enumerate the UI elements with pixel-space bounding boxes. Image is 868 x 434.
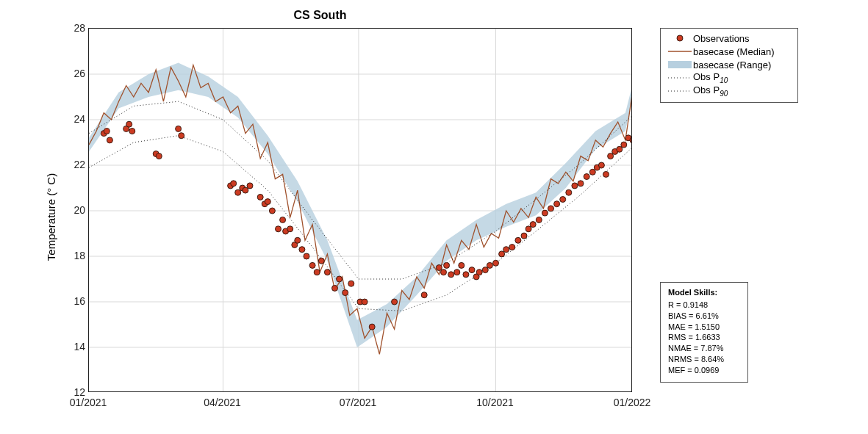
- svg-point-51: [362, 299, 367, 305]
- svg-point-23: [179, 133, 184, 139]
- svg-point-88: [608, 153, 614, 159]
- svg-point-69: [503, 247, 509, 253]
- svg-point-67: [493, 260, 499, 266]
- svg-point-91: [621, 142, 627, 148]
- y-tick-label: 26: [66, 68, 85, 79]
- legend-item-observations: Observations: [667, 32, 792, 45]
- y-tick-label: 20: [66, 204, 85, 216]
- model-skills-box: Model Skills: R = 0.9148 BIAS = 6.61% MA…: [660, 282, 748, 383]
- svg-point-18: [126, 121, 132, 127]
- svg-point-90: [617, 146, 623, 152]
- svg-point-22: [176, 126, 182, 131]
- skills-mae: MAE = 1.5150: [668, 322, 740, 333]
- y-tick-label: 22: [66, 159, 85, 170]
- svg-point-72: [521, 233, 527, 239]
- chart-axes: [88, 28, 632, 392]
- svg-point-75: [536, 217, 542, 223]
- y-axis-label: Temperature (° C): [46, 173, 58, 261]
- svg-point-87: [603, 171, 609, 177]
- svg-point-64: [476, 270, 482, 275]
- skills-rms: RMS = 1.6633: [668, 332, 740, 343]
- svg-point-62: [469, 267, 475, 273]
- svg-point-48: [342, 290, 348, 296]
- skills-nmae: NMAE = 7.87%: [668, 343, 740, 354]
- svg-point-65: [482, 267, 488, 273]
- x-tick-label: 04/2021: [204, 397, 241, 408]
- svg-point-28: [243, 187, 248, 193]
- svg-point-19: [129, 129, 135, 134]
- skills-nrms: NRMS = 8.64%: [668, 354, 740, 365]
- svg-point-61: [463, 272, 469, 278]
- x-tick-label: 10/2021: [476, 397, 514, 408]
- svg-point-73: [526, 226, 531, 232]
- svg-point-26: [235, 189, 241, 195]
- svg-point-70: [509, 245, 515, 250]
- legend-marker-icon: [667, 34, 693, 43]
- svg-point-16: [107, 137, 112, 143]
- svg-point-35: [280, 217, 286, 223]
- legend-item-p90: Obs P90: [667, 84, 792, 98]
- x-tick-label: 01/2021: [70, 397, 107, 408]
- svg-point-83: [584, 174, 589, 180]
- svg-point-86: [598, 162, 604, 168]
- legend-label: basecase (Median): [693, 46, 775, 57]
- svg-point-84: [589, 169, 595, 175]
- y-tick-label: 24: [66, 113, 85, 125]
- y-axis-label-wrap: Temperature (° C): [44, 0, 59, 434]
- svg-point-81: [572, 183, 578, 189]
- svg-point-29: [247, 183, 253, 189]
- svg-point-59: [454, 270, 460, 275]
- svg-point-25: [231, 181, 237, 187]
- svg-point-46: [332, 285, 338, 291]
- legend-dotted-icon: [667, 87, 693, 95]
- x-tick-label: 01/2022: [614, 397, 651, 408]
- svg-point-78: [554, 201, 560, 207]
- chart-title: CS South: [0, 9, 640, 22]
- svg-point-94: [677, 35, 683, 41]
- legend-label: Observations: [693, 33, 750, 44]
- svg-point-34: [276, 226, 281, 232]
- y-tick-label: 14: [66, 341, 85, 352]
- legend-line-icon: [667, 47, 693, 56]
- svg-point-52: [369, 324, 375, 330]
- svg-point-76: [542, 210, 548, 216]
- chart-legend: Observations basecase (Median) basecase …: [660, 28, 798, 103]
- svg-point-55: [436, 265, 442, 271]
- svg-point-57: [444, 262, 450, 268]
- svg-point-49: [348, 281, 354, 286]
- svg-point-21: [156, 153, 162, 159]
- svg-point-30: [257, 194, 263, 200]
- skills-r: R = 0.9148: [668, 300, 740, 311]
- svg-point-39: [295, 237, 301, 243]
- svg-point-42: [309, 262, 315, 268]
- svg-point-56: [441, 270, 447, 275]
- y-tick-label: 16: [66, 295, 85, 307]
- svg-point-43: [314, 270, 320, 275]
- svg-point-66: [487, 262, 492, 268]
- legend-swatch-icon: [667, 60, 693, 69]
- svg-point-37: [287, 226, 293, 232]
- legend-item-range: basecase (Range): [667, 58, 792, 71]
- svg-point-77: [548, 206, 554, 211]
- skills-bias: BIAS = 6.61%: [668, 311, 740, 322]
- svg-point-54: [421, 292, 427, 298]
- legend-label: Obs P10: [693, 71, 728, 84]
- legend-item-p10: Obs P10: [667, 71, 792, 84]
- svg-point-74: [530, 222, 536, 228]
- svg-point-60: [459, 262, 465, 268]
- svg-point-44: [318, 258, 324, 264]
- svg-point-68: [499, 251, 505, 257]
- svg-point-82: [578, 181, 584, 187]
- svg-point-79: [560, 197, 566, 203]
- legend-item-median: basecase (Median): [667, 45, 792, 58]
- x-tick-label: 07/2021: [340, 397, 377, 408]
- y-tick-label: 18: [66, 250, 85, 261]
- y-tick-label: 28: [66, 22, 85, 34]
- svg-point-53: [392, 299, 398, 305]
- svg-point-58: [448, 272, 454, 278]
- legend-dotted-icon: [667, 73, 693, 82]
- svg-point-47: [337, 276, 342, 282]
- svg-point-80: [566, 189, 572, 195]
- skills-mef: MEF = 0.0969: [668, 365, 740, 376]
- svg-point-71: [515, 237, 521, 243]
